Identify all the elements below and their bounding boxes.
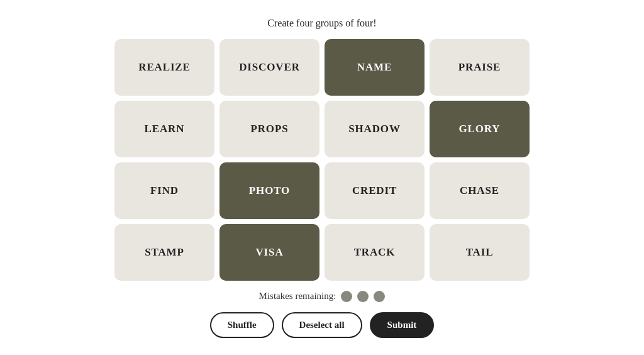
tile-props[interactable]: PROPS: [219, 101, 319, 157]
submit-button[interactable]: Submit: [370, 312, 435, 338]
tile-track[interactable]: TRACK: [325, 224, 425, 281]
tile-find[interactable]: FIND: [114, 162, 214, 219]
tile-discover[interactable]: DISCOVER: [219, 39, 319, 96]
mistake-dot-2: [357, 291, 369, 302]
instruction-text: Create four groups of four!: [267, 18, 376, 29]
tile-photo[interactable]: PHOTO: [219, 162, 319, 219]
tile-credit[interactable]: CREDIT: [325, 162, 425, 219]
tile-visa[interactable]: VISA: [219, 224, 319, 281]
buttons-row: Shuffle Deselect all Submit: [210, 312, 435, 338]
tile-shadow[interactable]: SHADOW: [325, 101, 425, 157]
mistakes-label: Mistakes remaining:: [259, 291, 336, 301]
mistake-dot-3: [374, 291, 385, 302]
tile-chase[interactable]: CHASE: [430, 162, 530, 219]
tile-tail[interactable]: TAIL: [430, 224, 530, 281]
mistakes-row: Mistakes remaining:: [259, 291, 386, 302]
tile-glory[interactable]: GLORY: [430, 101, 530, 157]
tile-praise[interactable]: PRAISE: [430, 39, 530, 96]
shuffle-button[interactable]: Shuffle: [210, 312, 274, 338]
tile-stamp[interactable]: STAMP: [114, 224, 214, 281]
game-container: Create four groups of four! REALIZEDISCO…: [102, 5, 542, 351]
tile-realize[interactable]: REALIZE: [114, 39, 214, 96]
tile-grid: REALIZEDISCOVERNAMEPRAISELEARNPROPSSHADO…: [114, 39, 530, 281]
tile-learn[interactable]: LEARN: [114, 101, 214, 157]
deselect-button[interactable]: Deselect all: [282, 312, 362, 338]
mistake-dot-1: [341, 291, 352, 302]
tile-name[interactable]: NAME: [325, 39, 425, 96]
